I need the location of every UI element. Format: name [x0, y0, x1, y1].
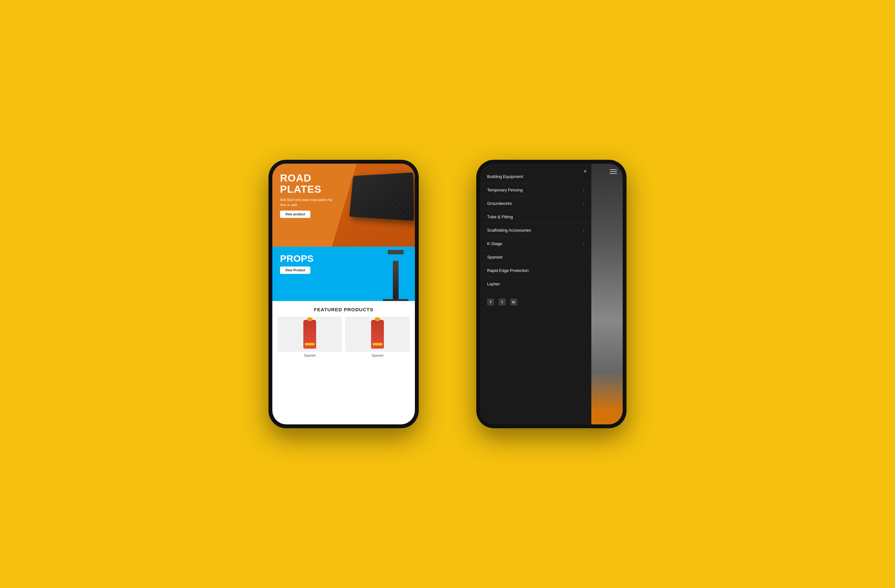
nav-item-building-equipment[interactable]: Building Equipment — [480, 170, 591, 183]
road-plates-description: Anti Skid and plain road plates for hire… — [280, 197, 338, 208]
product-image-2 — [345, 317, 410, 352]
nav-item-layher[interactable]: Layher — [480, 277, 591, 291]
scene: ROAD PLATES Anti Skid and plain road pla… — [0, 0, 895, 588]
hero-props: PROPS View Product — [272, 247, 415, 301]
product-label-2: Spanset — [345, 354, 410, 357]
props-view-button[interactable]: View Product — [280, 267, 310, 274]
road-plates-title: ROAD PLATES — [280, 173, 407, 195]
product-image-1 — [278, 317, 342, 352]
featured-products-section: FEATURED PRODUCTS Spanset Spanset — [272, 301, 415, 363]
featured-heading: FEATURED PRODUCTS — [278, 307, 410, 312]
chevron-icon-groundworks: › — [583, 202, 584, 206]
products-grid: Spanset Spanset — [278, 317, 410, 357]
chevron-icon-kstage: › — [583, 242, 584, 246]
phone-left-screen: ROAD PLATES Anti Skid and plain road pla… — [272, 164, 415, 424]
nav-item-groundworks[interactable]: Groundworks › — [480, 197, 591, 210]
close-button[interactable]: × — [583, 168, 587, 175]
chevron-icon-scaffolding: › — [583, 229, 584, 232]
product-card-1: Spanset — [278, 317, 342, 357]
nav-item-tube-fitting[interactable]: Tube & Fitting — [480, 210, 591, 224]
twitter-icon[interactable]: t — [499, 299, 506, 306]
product-label-1: Spanset — [278, 354, 342, 357]
hero-road-plates: ROAD PLATES Anti Skid and plain road pla… — [272, 164, 415, 247]
phone-right: × Building Equipment Temporary Fencing ›… — [476, 160, 626, 428]
nav-drawer: × Building Equipment Temporary Fencing ›… — [480, 164, 591, 424]
nav-item-kstage[interactable]: K-Stage › — [480, 237, 591, 250]
nav-item-rapid-edge[interactable]: Rapid Edge Protection — [480, 264, 591, 277]
nav-item-temporary-fencing[interactable]: Temporary Fencing › — [480, 183, 591, 197]
facebook-icon[interactable]: f — [487, 299, 494, 306]
hamburger-icon[interactable] — [610, 169, 617, 174]
phone-right-screen: × Building Equipment Temporary Fencing ›… — [480, 164, 623, 424]
linkedin-icon[interactable]: in — [510, 299, 517, 306]
phone-left: ROAD PLATES Anti Skid and plain road pla… — [268, 160, 419, 428]
social-links: f t in — [480, 293, 591, 311]
props-image — [380, 250, 412, 301]
chevron-icon-fencing: › — [583, 188, 584, 192]
nav-item-scaffolding-accessories[interactable]: Scaffolding Accessories › — [480, 224, 591, 237]
road-plates-view-button[interactable]: View product — [280, 211, 310, 218]
product-card-2: Spanset — [345, 317, 410, 357]
nav-item-spanset[interactable]: Spanset — [480, 250, 591, 264]
